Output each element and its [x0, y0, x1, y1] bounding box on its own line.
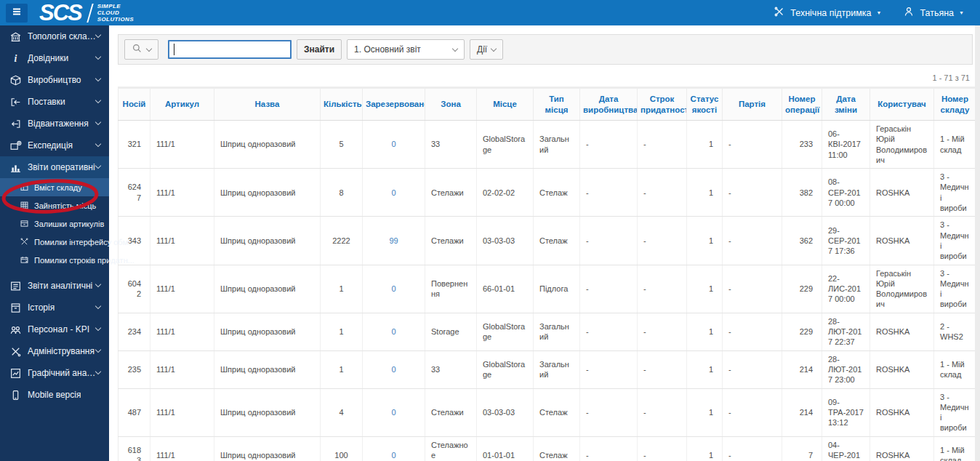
column-header[interactable]: Носій	[119, 88, 150, 121]
reserved-link[interactable]: 0	[391, 188, 395, 197]
actions-button[interactable]: Дії	[470, 39, 503, 60]
sidebar-subitem[interactable]: Зайнятість місць	[0, 196, 109, 215]
reserved-link[interactable]: 0	[391, 365, 395, 374]
table-row: 321111/1Шприц одноразовий5033GlobalStora…	[119, 121, 976, 169]
table-cell: 111/1	[150, 169, 214, 217]
table-cell: 22-ЛИС-2017 00:00	[822, 265, 870, 313]
sidebar-item[interactable]: Виробництво	[0, 69, 109, 91]
table-cell: 2 - WHS2	[934, 313, 976, 350]
user-menu[interactable]: Татьяна ▼	[903, 6, 964, 20]
table-cell: -	[638, 265, 687, 313]
reserved-link[interactable]: 0	[391, 284, 395, 293]
sidebar: Топологія складуiДовідникиВиробництвоПос…	[0, 25, 109, 461]
table-cell: 111/1	[150, 313, 214, 350]
table-cell: Загальний	[534, 121, 580, 169]
sidebar-subitem-label: Зайнятість місць	[34, 201, 96, 210]
table-cell: ROSHKA	[870, 313, 934, 350]
column-header[interactable]: Назва	[214, 88, 321, 121]
reserved-link[interactable]: 0	[391, 327, 395, 336]
table-cell: 29-СЕР-2017 17:36	[822, 217, 870, 265]
table-cell: -	[580, 388, 638, 436]
column-header[interactable]: Номер операції	[782, 88, 822, 121]
warehouse-contents-icon	[19, 183, 30, 192]
chevron-down-icon	[95, 163, 101, 169]
table-cell: -	[638, 169, 687, 217]
reserved-link[interactable]: 0	[391, 140, 395, 148]
scrollbar[interactable]	[975, 25, 980, 461]
table-cell: Підлога	[534, 265, 580, 313]
column-header[interactable]: Дата зміни	[822, 88, 870, 121]
report-select[interactable]: 1. Основний звіт	[347, 39, 465, 60]
sidebar-item[interactable]: Адміністрування	[0, 340, 109, 362]
table-cell: 0	[363, 121, 425, 169]
pagination-label: 1 - 71 з 71	[109, 65, 980, 87]
table-cell: ROSHKA	[870, 217, 934, 265]
column-header[interactable]: Номер складу	[934, 88, 976, 121]
sidebar-item[interactable]: Звіти оперативні	[0, 156, 109, 178]
sidebar-item[interactable]: Графічний аналіз	[0, 362, 109, 384]
table-cell: 1	[321, 350, 363, 388]
tools-icon	[774, 6, 785, 20]
column-header[interactable]: Місце	[477, 88, 534, 121]
table-cell: Стелажи	[425, 217, 477, 265]
table-cell: Стелаж	[534, 169, 580, 217]
table-cell: Загальний	[534, 313, 580, 350]
chevron-down-icon	[452, 45, 458, 51]
table-cell: 382	[782, 169, 822, 217]
table-cell: 3 - Медичні вироби	[934, 388, 976, 436]
sidebar-item[interactable]: Mobile версія	[0, 384, 109, 406]
reserved-link[interactable]: 99	[389, 236, 398, 245]
sidebar-item[interactable]: Експедиція	[0, 135, 109, 156]
table-cell: 1 - Мій склад	[934, 350, 976, 388]
reserved-link[interactable]: 0	[391, 451, 395, 460]
reserved-link[interactable]: 0	[391, 408, 395, 417]
column-header[interactable]: Кількість	[321, 88, 363, 121]
column-header[interactable]: Зарезервовано	[363, 88, 425, 121]
chevron-down-icon	[95, 76, 101, 81]
support-menu[interactable]: Технічна підтримка ▼	[774, 6, 881, 20]
table-cell: Storage	[425, 313, 477, 350]
column-header[interactable]: Тип місця	[534, 88, 580, 121]
table-row: 6183111/1Шприц одноразовий1000Стелажное …	[119, 436, 976, 461]
sidebar-item[interactable]: Звіти аналітичні	[0, 275, 109, 297]
column-header[interactable]: Зона	[425, 88, 477, 121]
table-cell: 6247	[119, 169, 150, 217]
shipment-icon	[9, 118, 22, 130]
sidebar-subitem-label: Помилки інтерфейсу обмі...	[34, 238, 137, 246]
column-header[interactable]: Строк придатності	[638, 88, 687, 121]
table-cell: 03-03-03	[477, 388, 534, 436]
sidebar-subitem[interactable]: Помилки інтерфейсу обмі...	[0, 233, 109, 251]
column-header[interactable]: Партія	[723, 88, 782, 121]
sidebar-item[interactable]: Історія	[0, 297, 109, 318]
menu-button[interactable]	[6, 4, 28, 23]
sidebar-item[interactable]: Топологія складу	[0, 25, 109, 47]
directories-icon: i	[9, 52, 22, 65]
table-cell: 02-02-02	[477, 169, 534, 217]
table-cell: Стелаж	[534, 217, 580, 265]
table-cell: 1	[687, 388, 723, 436]
sidebar-item-label: Довідники	[28, 53, 68, 63]
column-header[interactable]: Користувач	[870, 88, 934, 121]
sidebar-item[interactable]: Поставки	[0, 91, 109, 113]
svg-text:i: i	[14, 53, 17, 64]
column-header[interactable]: Артикул	[150, 88, 214, 121]
sidebar-subitem[interactable]: Залишки артикулів	[0, 215, 109, 233]
sidebar-item[interactable]: Персонал - KPI	[0, 318, 109, 340]
sidebar-subitem[interactable]: Помилки строків придатн...	[0, 251, 109, 269]
column-header[interactable]: Дата виробництва	[580, 88, 638, 121]
table-cell: 0	[363, 169, 425, 217]
search-mode-button[interactable]	[124, 39, 158, 60]
chevron-down-icon: ▼	[877, 10, 882, 15]
table-cell: 08-СЕР-2017 00:00	[822, 169, 870, 217]
table-cell: -	[580, 313, 638, 350]
search-input[interactable]	[168, 40, 292, 59]
sidebar-item[interactable]: iДовідники	[0, 47, 109, 69]
table-cell: Стелаж	[534, 436, 580, 461]
chevron-down-icon	[95, 141, 101, 147]
sidebar-item[interactable]: Відвантаження	[0, 113, 109, 135]
table-cell: 1	[687, 350, 723, 388]
find-button[interactable]: Знайти	[297, 39, 342, 60]
column-header[interactable]: Статус якості	[687, 88, 723, 121]
sidebar-subitem[interactable]: Вміст складу	[0, 178, 109, 196]
operational-reports-icon	[9, 161, 22, 174]
